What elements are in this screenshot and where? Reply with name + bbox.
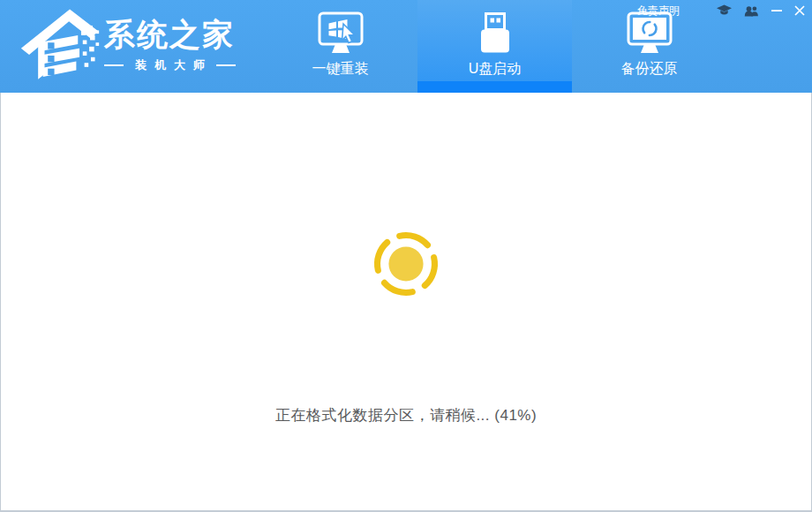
- main-content: 正在格式化数据分区，请稍候... (41%): [0, 93, 812, 512]
- progress-status-text: 正在格式化数据分区，请稍候... (41%): [1, 405, 811, 425]
- tab-one-click-reinstall[interactable]: 一键重装: [263, 0, 417, 93]
- brand-tagline: 装机大师: [104, 57, 236, 73]
- loading-spinner: [368, 226, 444, 302]
- graduation-cap-icon[interactable]: [717, 4, 732, 17]
- tab-label: 一键重装: [312, 61, 369, 77]
- minimize-button[interactable]: [771, 5, 782, 16]
- users-icon[interactable]: [744, 5, 759, 17]
- monitor-windows-icon: [314, 11, 367, 56]
- app-logo: 系统之家 装机大师: [19, 5, 236, 85]
- titlebar-controls: 免责声明: [637, 4, 805, 18]
- tab-label: 备份还原: [621, 61, 678, 77]
- tagline-dash-left: [104, 64, 124, 66]
- tagline-dash-right: [216, 64, 236, 66]
- tab-label: U盘启动: [469, 61, 522, 77]
- app-window: 系统之家 装机大师: [0, 0, 812, 512]
- header-bar: 系统之家 装机大师: [0, 0, 812, 93]
- tagline-text: 装机大师: [135, 57, 213, 73]
- close-button[interactable]: [794, 5, 805, 16]
- house-logo-icon: [19, 5, 101, 85]
- brand-name: 系统之家: [104, 17, 236, 52]
- close-icon: [794, 5, 805, 16]
- tab-usb-boot[interactable]: U盘启动: [417, 0, 572, 93]
- brand-text: 系统之家 装机大师: [104, 17, 236, 73]
- usb-drive-icon: [469, 11, 522, 56]
- disclaimer-link[interactable]: 免责声明: [637, 4, 680, 19]
- minimize-icon: [771, 5, 782, 16]
